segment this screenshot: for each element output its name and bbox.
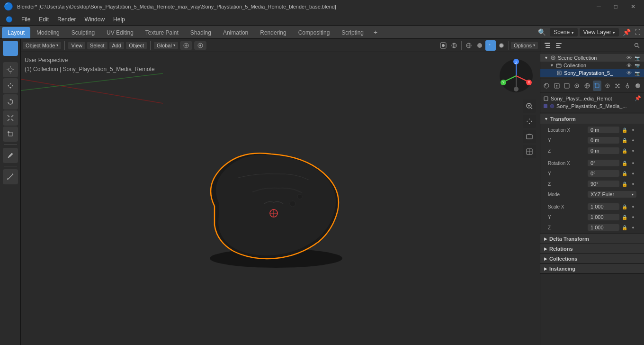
panel-search-button[interactable] (632, 40, 642, 51)
rotation-x-value[interactable]: 0° (588, 160, 619, 166)
object-render-vis[interactable]: 📷 (635, 71, 640, 76)
rotation-y-keyframe[interactable]: ● (630, 170, 636, 177)
tab-add-button[interactable]: + (370, 26, 381, 38)
tool-select[interactable] (3, 41, 18, 56)
location-x-lock[interactable]: 🔒 (621, 127, 628, 133)
prop-physics-icon[interactable] (623, 81, 632, 91)
close-button[interactable]: ✕ (626, 2, 640, 11)
tab-rendering[interactable]: Rendering (254, 27, 292, 38)
collection-item[interactable]: ▼ Collection 👁 📷 (540, 62, 644, 69)
scale-y-keyframe[interactable]: ● (630, 214, 636, 220)
tab-compositing[interactable]: Compositing (293, 27, 336, 38)
rotation-y-lock[interactable]: 🔒 (621, 170, 628, 177)
location-x-keyframe[interactable]: ● (630, 127, 636, 133)
instancing-header[interactable]: ▶ Instancing (540, 264, 644, 273)
tool-cursor[interactable] (3, 62, 18, 77)
scene-collection-header[interactable]: ▼ Scene Collection 👁 📷 (540, 54, 644, 62)
prop-particles-icon[interactable] (613, 81, 622, 91)
shading-rendered[interactable] (496, 40, 507, 51)
rotation-y-value[interactable]: 0° (588, 170, 619, 177)
snap-button[interactable] (180, 41, 192, 50)
menu-edit[interactable]: Edit (35, 15, 53, 24)
prop-render-icon[interactable] (542, 81, 551, 91)
location-y-keyframe[interactable]: ● (630, 137, 636, 144)
camera-view-button[interactable] (523, 130, 536, 143)
overlay-toggle[interactable] (438, 40, 448, 51)
rotation-mode-value[interactable]: XYZ Euler ▾ (588, 191, 636, 198)
pin-icon[interactable]: 📌 (623, 28, 631, 36)
menu-file[interactable]: File (18, 15, 34, 24)
properties-icon[interactable] (554, 40, 564, 51)
shading-material[interactable] (485, 40, 496, 51)
pan-button[interactable] (523, 115, 536, 128)
object-item[interactable]: Sony_Playstation_5_ 👁 📷 (540, 69, 644, 77)
scale-y-lock[interactable]: 🔒 (621, 214, 628, 220)
collection-eye[interactable]: 👁 (626, 63, 632, 68)
rotation-x-lock[interactable]: 🔒 (621, 160, 628, 166)
maximize-button[interactable]: □ (609, 2, 622, 11)
tab-uv-editing[interactable]: UV Editing (101, 27, 139, 38)
prop-scene-icon[interactable] (572, 81, 581, 91)
viewport-add-menu[interactable]: Add (109, 42, 125, 49)
scale-z-value[interactable]: 1.000 (588, 224, 619, 231)
tab-sculpting[interactable]: Sculpting (66, 27, 100, 38)
shading-wireframe[interactable] (464, 40, 474, 51)
rotation-z-lock[interactable]: 🔒 (621, 181, 628, 187)
rotation-z-keyframe[interactable]: ● (630, 181, 636, 187)
scale-x-lock[interactable]: 🔒 (621, 203, 628, 210)
shading-solid[interactable] (474, 40, 485, 51)
transform-orientation[interactable]: Global ▾ (154, 42, 178, 49)
transform-section-header[interactable]: ▼ Transform (540, 114, 644, 124)
tool-transform[interactable] (3, 127, 18, 142)
location-y-value[interactable]: 0 m (588, 137, 619, 144)
location-z-lock[interactable]: 🔒 (621, 147, 628, 154)
menu-window[interactable]: Window (80, 15, 108, 24)
menu-blender[interactable]: 🔵 (2, 15, 17, 24)
tool-rotate[interactable] (3, 94, 18, 109)
xray-toggle[interactable] (449, 40, 459, 51)
collections-header[interactable]: ▶ Collections (540, 254, 644, 263)
scale-z-lock[interactable]: 🔒 (621, 224, 628, 231)
ws-search-icon[interactable]: 🔍 (538, 28, 546, 36)
scale-y-value[interactable]: 1.000 (588, 214, 619, 220)
relations-header[interactable]: ▶ Relations (540, 244, 644, 254)
fullscreen-icon[interactable]: ⛶ (635, 29, 640, 36)
sc-camera-icon[interactable]: 📷 (635, 55, 640, 61)
titlebar-controls[interactable]: ─ □ ✕ (592, 2, 640, 11)
zoom-in-button[interactable] (523, 100, 536, 113)
collection-render[interactable]: 📷 (635, 63, 640, 68)
object-eye[interactable]: 👁 (626, 70, 632, 76)
tab-modeling[interactable]: Modeling (31, 27, 65, 38)
delta-transform-header[interactable]: ▶ Delta Transform (540, 234, 644, 244)
rotation-z-value[interactable]: 90° (588, 181, 619, 187)
tab-shading[interactable]: Shading (185, 27, 217, 38)
tab-layout[interactable]: Layout (2, 27, 30, 38)
scene-selector[interactable]: Scene ▾ (550, 28, 577, 36)
prop-modifier-icon[interactable] (603, 81, 611, 91)
tool-measure[interactable] (3, 169, 18, 184)
outliner-icon[interactable] (542, 40, 553, 51)
prop-output-icon[interactable] (552, 81, 561, 91)
rotation-x-keyframe[interactable]: ● (630, 160, 636, 166)
tab-texture-paint[interactable]: Texture Paint (140, 27, 184, 38)
viewport-canvas[interactable]: User Perspective (1) Collection | Sony_P… (21, 52, 540, 345)
scale-x-keyframe[interactable]: ● (630, 203, 636, 210)
menu-help[interactable]: Help (109, 15, 129, 24)
viewport-gizmo[interactable]: Z X Y (497, 57, 535, 95)
viewport[interactable]: Object Mode ▾ View Select Add Object Glo… (21, 39, 540, 345)
sc-eye-icon[interactable]: 👁 (626, 55, 632, 61)
viewlayer-selector[interactable]: View Layer ▾ (580, 28, 619, 36)
menu-render[interactable]: Render (54, 15, 80, 24)
viewport-view-menu[interactable]: View (68, 42, 85, 49)
tab-scripting[interactable]: Scripting (336, 27, 369, 38)
tab-animation[interactable]: Animation (217, 27, 254, 38)
ps5-remote-object[interactable] (181, 130, 361, 282)
prop-world-icon[interactable] (583, 81, 591, 91)
object-pin-icon[interactable]: 📌 (635, 95, 641, 101)
location-x-value[interactable]: 0 m (588, 127, 619, 133)
location-y-lock[interactable]: 🔒 (621, 137, 628, 144)
tool-annotate[interactable] (3, 148, 18, 163)
prop-object-icon[interactable] (593, 81, 601, 91)
grid-overlay-button[interactable] (523, 145, 536, 158)
viewport-select-menu[interactable]: Select (87, 42, 107, 49)
